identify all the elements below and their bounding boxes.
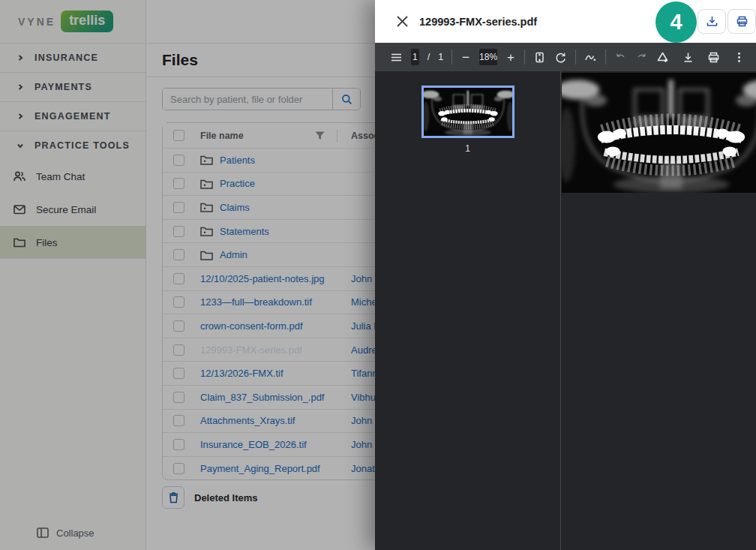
pdf-toolbar: 1 / 1 − 18% + <box>375 43 756 71</box>
step-badge[interactable]: 4 <box>656 2 697 43</box>
viewer-filename: 129993-FMX-series.pdf <box>419 16 537 28</box>
annotate-icon[interactable] <box>584 51 597 64</box>
thumbnail-panel: 1 <box>375 71 561 550</box>
print-icon <box>736 15 748 28</box>
fit-page-icon[interactable] <box>533 51 546 64</box>
download-icon[interactable] <box>682 51 694 64</box>
pdf-content: 1 <box>375 71 756 550</box>
page-separator: / <box>428 52 430 62</box>
thumbnail-page-label: 1 <box>465 143 470 154</box>
download-tray-icon <box>706 15 718 28</box>
page-total: 1 <box>438 52 443 62</box>
zoom-level-input[interactable]: 18% <box>479 49 497 65</box>
pdf-thumbnail-page-1[interactable] <box>422 86 514 138</box>
drive-add-icon[interactable] <box>656 51 669 64</box>
viewer-header: 129993-FMX-series.pdf 4 <box>375 0 756 43</box>
close-button[interactable] <box>391 11 413 33</box>
screen: VYNE trellis INSURANCEPAYMENTSENGAGEMENT… <box>0 0 756 550</box>
close-icon <box>397 16 408 27</box>
zoom-in-icon[interactable]: + <box>506 51 516 64</box>
pdf-viewer-panel: 129993-FMX-series.pdf 4 1 / 1 <box>375 0 756 550</box>
pdf-page-xray <box>562 73 756 193</box>
menu-icon[interactable] <box>390 51 403 64</box>
redo-icon <box>635 51 648 64</box>
toolbar-print-icon[interactable] <box>707 51 720 64</box>
more-options-icon[interactable] <box>733 51 746 64</box>
page-number-input[interactable]: 1 <box>411 49 419 65</box>
rotate-icon[interactable] <box>554 51 567 64</box>
zoom-out-icon[interactable]: − <box>460 51 471 64</box>
header-download-button[interactable] <box>698 9 726 34</box>
toolbar-right-group <box>656 51 746 64</box>
pdf-main-view[interactable] <box>561 71 756 550</box>
header-print-button[interactable] <box>728 9 756 34</box>
undo-icon <box>614 51 627 64</box>
